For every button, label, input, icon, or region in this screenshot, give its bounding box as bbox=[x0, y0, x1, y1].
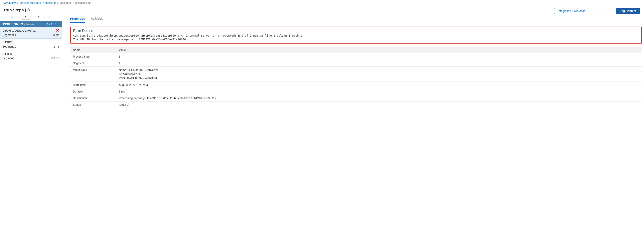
pager-next-icon[interactable]: › bbox=[44, 16, 45, 19]
step-segment: Segment 1 bbox=[2, 45, 16, 48]
properties-table: Name Value Process Step3Segment1Model St… bbox=[70, 47, 642, 108]
prop-value: FAILED bbox=[116, 101, 642, 108]
table-row: Model StepName: JSON to XML ConverterID:… bbox=[70, 66, 642, 82]
step-segment: Segment 1 bbox=[2, 33, 16, 36]
step-name: HTTPS bbox=[2, 52, 60, 55]
breadcrumb-overview[interactable]: Overview bbox=[4, 1, 16, 4]
prop-value: Name: JSON to XML ConverterID: CallActiv… bbox=[116, 66, 642, 82]
run-steps-title: Run Steps (3) bbox=[0, 6, 62, 14]
main-panel: Integration Flow Model Log Content Prope… bbox=[62, 6, 644, 108]
table-row: Duration3 ms bbox=[70, 88, 642, 95]
left-panel: Run Steps (3) « ‹ / 1 › » JSON to XML Co… bbox=[0, 6, 62, 108]
step-item[interactable]: HTTPSSegment 11 ms bbox=[0, 39, 62, 50]
tab-properties[interactable]: Properties bbox=[70, 17, 85, 23]
prop-key: Status bbox=[70, 101, 116, 108]
group-header: JSON to XML Converter 1 / 1 ˄ ˅ bbox=[0, 22, 62, 27]
prop-key: Segment bbox=[70, 60, 116, 66]
prop-value: 3 ms bbox=[116, 88, 642, 95]
table-row: StatusFAILED bbox=[70, 101, 642, 108]
group-header-name: JSON to XML Converter bbox=[2, 22, 34, 26]
prop-key: Model Step bbox=[70, 66, 116, 82]
breadcrumb-current: Message Processing Run bbox=[60, 1, 92, 4]
step-duration: 1 ms bbox=[54, 45, 60, 48]
prop-key: Description bbox=[70, 95, 116, 101]
step-name: JSON to XML Converter bbox=[2, 29, 59, 32]
pager: « ‹ / 1 › » bbox=[0, 14, 62, 22]
tabs: Properties Activities bbox=[70, 14, 642, 23]
table-row: Process Step3 bbox=[70, 53, 642, 60]
toggle-log[interactable]: Log Content bbox=[616, 8, 640, 14]
prop-key: Start Time bbox=[70, 82, 116, 88]
prop-key: Duration bbox=[70, 88, 116, 95]
chevron-up-icon[interactable]: ˄ bbox=[55, 23, 56, 26]
breadcrumb-sep: / bbox=[56, 1, 59, 4]
error-details-box: Error Details com.sap.it.rt.adapter.http… bbox=[70, 26, 642, 44]
step-segment: Segment 1 bbox=[2, 56, 16, 60]
pager-last-icon[interactable]: » bbox=[48, 16, 50, 19]
prop-value: 3 bbox=[116, 53, 642, 60]
prop-value: Aug 23, 2022, 16:17:24 bbox=[116, 82, 642, 88]
pager-total: 1 bbox=[38, 16, 40, 19]
step-item[interactable]: HTTPSSegment 1< 3 ms bbox=[0, 50, 62, 62]
props-header-value: Value bbox=[116, 47, 642, 53]
tab-activities[interactable]: Activities bbox=[91, 17, 103, 23]
prop-value: 1 bbox=[116, 60, 642, 66]
table-row: DescriptionProcessing exchange ID-ae3c79… bbox=[70, 95, 642, 101]
error-details-text: com.sap.it.rt.adapter.http.api.exception… bbox=[73, 34, 639, 41]
breadcrumb-sep: / bbox=[16, 1, 19, 4]
table-row: Start TimeAug 23, 2022, 16:17:24 bbox=[70, 82, 642, 88]
breadcrumb-monitor[interactable]: Monitor Message Processing bbox=[20, 1, 56, 4]
pager-slash: / bbox=[34, 16, 34, 19]
props-header-name: Name bbox=[70, 47, 116, 53]
table-row: Segment1 bbox=[70, 60, 642, 66]
step-duration: 3 ms bbox=[53, 33, 59, 36]
view-toggle: Integration Flow Model Log Content bbox=[70, 6, 642, 14]
error-icon: ✕ bbox=[56, 29, 59, 32]
error-details-title: Error Details bbox=[73, 29, 639, 33]
prop-value: Processing exchange ID-ae3c7910-0bfc-412… bbox=[116, 95, 642, 101]
step-item[interactable]: JSON to XML Converter✕Segment 13 ms bbox=[0, 27, 62, 39]
chevron-down-icon[interactable]: ˅ bbox=[58, 23, 60, 26]
pager-current-input[interactable] bbox=[22, 15, 30, 20]
breadcrumb: Overview / Monitor Message Processing / … bbox=[0, 0, 644, 6]
pager-first-icon[interactable]: « bbox=[12, 16, 14, 19]
pager-prev-icon[interactable]: ‹ bbox=[17, 16, 18, 19]
prop-key: Process Step bbox=[70, 53, 116, 60]
step-name: HTTPS bbox=[2, 40, 60, 44]
group-header-count: 1 / 1 bbox=[47, 22, 52, 26]
step-duration: < 3 ms bbox=[51, 56, 60, 60]
toggle-model[interactable]: Integration Flow Model bbox=[554, 8, 616, 14]
